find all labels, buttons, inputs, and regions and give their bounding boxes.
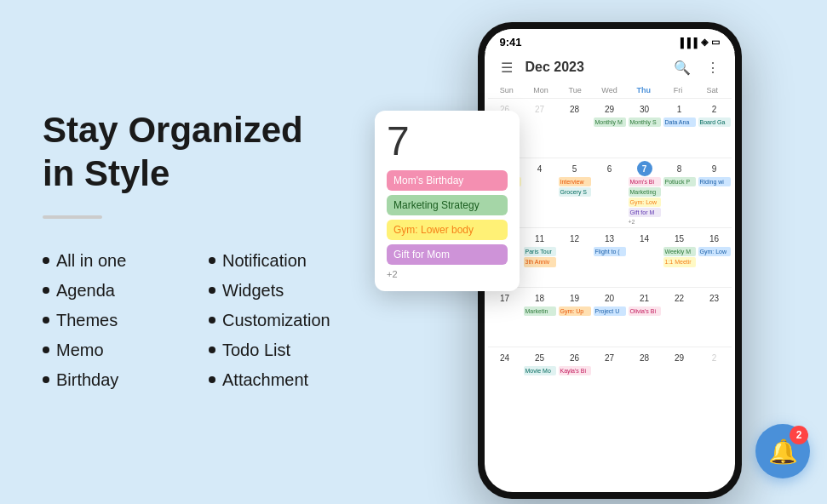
cal-day-29b[interactable]: 29 <box>663 349 697 404</box>
menu-icon[interactable]: ☰ <box>495 55 519 79</box>
cal-day-5[interactable]: 5 Interview Grocery S <box>558 160 592 226</box>
cal-day-11[interactable]: 11 Paris Tour 3th Anniv <box>523 230 557 285</box>
calendar-week-1: 26 27 28 29 Monthly M 30 Monthly S <box>488 98 732 158</box>
calendar-week-5: 24 25 Movie Mo 26 Kayla's Bi 27 28 <box>488 346 732 406</box>
bullet-icon <box>209 346 215 353</box>
cal-day-19[interactable]: 19 Gym: Up <box>558 289 592 345</box>
event-popup: 7 Mom's Birthday Marketing Strategy Gym:… <box>375 111 520 291</box>
bullet-icon <box>43 376 49 383</box>
feature-todo: Todo List <box>209 335 349 365</box>
notification-badge: 2 <box>790 426 808 444</box>
popup-more: +2 <box>387 269 508 279</box>
notification-bell[interactable]: 🔔 2 <box>755 424 810 478</box>
status-icons: ▐▐▐ ◈ ▭ <box>677 37 719 48</box>
cal-day-17[interactable]: 17 <box>488 289 522 345</box>
feature-notification: Notification <box>209 246 349 276</box>
cal-day-20[interactable]: 20 Project U <box>593 289 627 345</box>
cal-day-2[interactable]: 2 Board Ga <box>698 100 732 156</box>
cal-day-27[interactable]: 27 <box>523 100 557 156</box>
right-section: 9:41 ▐▐▐ ◈ ▭ ☰ Dec 2023 🔍 ⋮ Sun Mon Tue … <box>392 0 827 504</box>
left-section: Stay Organized in Style All in one Agend… <box>0 75 392 429</box>
popup-event-3[interactable]: Gym: Lower body <box>387 220 508 240</box>
calendar-header: ☰ Dec 2023 🔍 ⋮ <box>485 52 735 83</box>
cal-day-15[interactable]: 15 Weekly M 1:1 Meetir <box>663 230 697 285</box>
divider <box>43 215 102 219</box>
cal-day-21[interactable]: 21 Olivia's Bi <box>628 289 662 345</box>
feature-all-in-one: All in one <box>43 246 183 276</box>
bullet-icon <box>43 257 49 264</box>
cal-day-30[interactable]: 30 Monthly S <box>628 100 662 156</box>
cal-day-2b[interactable]: 2 <box>698 349 732 404</box>
feature-agenda: Agenda <box>43 276 183 306</box>
popup-event-1[interactable]: Mom's Birthday <box>387 170 508 191</box>
wifi-icon: ◈ <box>701 37 708 48</box>
weekday-sun: Sun <box>490 84 524 96</box>
feature-memo: Memo <box>43 335 183 365</box>
popup-date: 7 <box>387 121 508 162</box>
features-col2: Notification Widgets Customization Todo … <box>209 246 349 395</box>
feature-attachment: Attachment <box>209 365 349 395</box>
headline: Stay Organized in Style <box>43 109 349 195</box>
cal-day-23[interactable]: 23 <box>698 289 732 345</box>
signal-icon: ▐▐▐ <box>677 37 697 48</box>
bullet-icon <box>43 346 49 353</box>
weekday-wed: Wed <box>592 84 626 96</box>
bullet-icon <box>209 317 215 324</box>
cal-day-16[interactable]: 16 Gym: Low <box>698 230 732 285</box>
weekday-sat: Sat <box>695 84 729 96</box>
weekday-mon: Mon <box>524 84 558 96</box>
cal-day-22[interactable]: 22 <box>663 289 697 345</box>
cal-day-4[interactable]: 4 <box>523 160 557 226</box>
search-icon[interactable]: 🔍 <box>670 55 694 79</box>
features-grid: All in one Agenda Themes Memo Birthday <box>43 246 349 395</box>
more-icon[interactable]: ⋮ <box>701 55 725 79</box>
calendar-week-3: 10 11 Paris Tour 3th Anniv 12 13 Flight … <box>488 227 732 287</box>
feature-themes: Themes <box>43 306 183 335</box>
battery-icon: ▭ <box>711 37 720 48</box>
weekday-thu: Thu <box>627 84 661 96</box>
calendar-week-2: 3 Morning F 4 5 Interview Grocery S 6 <box>488 158 732 227</box>
cal-day-1[interactable]: 1 Data Ana <box>663 100 697 156</box>
cal-day-12[interactable]: 12 <box>558 230 592 285</box>
calendar-grid: 26 27 28 29 Monthly M 30 Monthly S <box>485 98 735 492</box>
cal-day-26b[interactable]: 26 Kayla's Bi <box>558 349 592 404</box>
bullet-icon <box>209 287 215 294</box>
bullet-icon <box>209 376 215 383</box>
feature-widgets: Widgets <box>209 276 349 306</box>
cal-day-13[interactable]: 13 Flight to ( <box>593 230 627 285</box>
cal-day-29[interactable]: 29 Monthly M <box>593 100 627 156</box>
calendar-title: Dec 2023 <box>525 60 663 75</box>
cal-day-18[interactable]: 18 Marketin <box>523 289 557 345</box>
cal-day-8[interactable]: 8 Potluck P <box>663 160 697 226</box>
weekday-row: Sun Mon Tue Wed Thu Fri Sat <box>485 83 735 98</box>
cal-day-6[interactable]: 6 <box>593 160 627 226</box>
cal-day-28b[interactable]: 28 <box>628 349 662 404</box>
cal-day-9[interactable]: 9 Riding wi <box>698 160 732 226</box>
popup-event-2[interactable]: Marketing Strategy <box>387 195 508 215</box>
cal-day-27b[interactable]: 27 <box>593 349 627 404</box>
bullet-icon <box>43 317 49 324</box>
headline-line1: Stay Organized <box>43 109 349 152</box>
status-time: 9:41 <box>500 36 522 49</box>
calendar-week-4: 17 18 Marketin 19 Gym: Up 20 Project U <box>488 287 732 346</box>
headline-line2: in Style <box>43 152 349 195</box>
bullet-icon <box>43 287 49 294</box>
bullet-icon <box>209 257 215 264</box>
weekday-fri: Fri <box>661 84 695 96</box>
status-bar: 9:41 ▐▐▐ ◈ ▭ <box>485 29 735 52</box>
features-col1: All in one Agenda Themes Memo Birthday <box>43 246 183 395</box>
cal-day-24[interactable]: 24 <box>488 349 522 404</box>
cal-day-7[interactable]: 7 Mom's Bi Marketing Gym: Low Gift for M… <box>628 160 662 226</box>
weekday-tue: Tue <box>558 84 592 96</box>
cal-day-28[interactable]: 28 <box>558 100 592 156</box>
popup-event-4[interactable]: Gift for Mom <box>387 244 508 265</box>
phone-screen: 9:41 ▐▐▐ ◈ ▭ ☰ Dec 2023 🔍 ⋮ Sun Mon Tue … <box>485 29 735 492</box>
feature-customization: Customization <box>209 306 349 335</box>
cal-day-25[interactable]: 25 Movie Mo <box>523 349 557 404</box>
cal-day-14[interactable]: 14 <box>628 230 662 285</box>
feature-birthday: Birthday <box>43 365 183 395</box>
